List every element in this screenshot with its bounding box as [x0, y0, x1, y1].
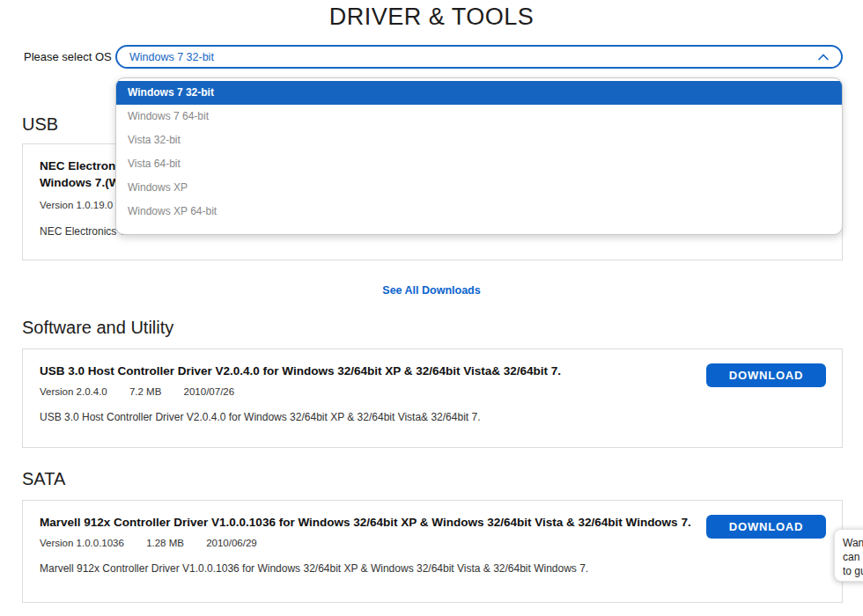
os-dropdown-panel: Windows 7 32-bit Windows 7 64-bit Vista … [115, 77, 843, 235]
software-driver-size: 7.2 MB [129, 386, 161, 397]
chat-popup[interactable]: Wan can to gu [834, 529, 863, 582]
sata-driver-version: Version 1.0.0.1036 [40, 538, 124, 548]
usb-section-heading: USB [22, 114, 58, 135]
sata-driver-size: 1.28 MB [146, 538, 184, 548]
os-option-windows-xp[interactable]: Windows XP [116, 176, 842, 200]
os-select-value: Windows 7 32-bit [129, 51, 214, 63]
page-title: DRIVER & TOOLS [0, 4, 863, 31]
os-option-windows7-64[interactable]: Windows 7 64-bit [116, 105, 842, 128]
sata-driver-description: Marvell 912x Controller Driver V1.0.0.10… [40, 562, 825, 575]
chevron-up-icon [818, 54, 829, 61]
os-option-windows7-32[interactable]: Windows 7 32-bit [116, 81, 842, 105]
os-select-label: Please select OS [24, 50, 112, 63]
software-driver-description: USB 3.0 Host Controller Driver V2.0.4.0 … [40, 411, 825, 423]
os-option-vista-32[interactable]: Vista 32-bit [116, 128, 842, 152]
software-driver-date: 2010/07/26 [184, 386, 235, 397]
usb-driver-version: Version 1.0.19.0 [40, 200, 113, 210]
os-select[interactable]: Windows 7 32-bit [115, 45, 843, 69]
chat-popup-line3: to gu [843, 564, 863, 578]
driver-tools-page: DRIVER & TOOLS Please select OS Windows … [0, 0, 863, 616]
software-driver-version: Version 2.0.4.0 [40, 386, 107, 397]
see-all-downloads-link[interactable]: See All Downloads [382, 284, 480, 297]
sata-download-button[interactable]: DOWNLOAD [706, 515, 826, 539]
chat-popup-line2: can [843, 550, 863, 564]
software-download-button[interactable]: DOWNLOAD [706, 363, 826, 387]
chat-popup-line1: Wan [843, 536, 863, 550]
os-option-vista-64[interactable]: Vista 64-bit [116, 152, 842, 176]
os-option-windows-xp-64[interactable]: Windows XP 64-bit [116, 200, 842, 224]
software-driver-card: USB 3.0 Host Controller Driver V2.0.4.0 … [22, 348, 843, 448]
sata-driver-card: Marvell 912x Controller Driver V1.0.0.10… [22, 500, 843, 603]
software-section-heading: Software and Utility [22, 318, 173, 338]
sata-section-heading: SATA [22, 469, 65, 489]
sata-driver-date: 2010/06/29 [206, 538, 257, 548]
